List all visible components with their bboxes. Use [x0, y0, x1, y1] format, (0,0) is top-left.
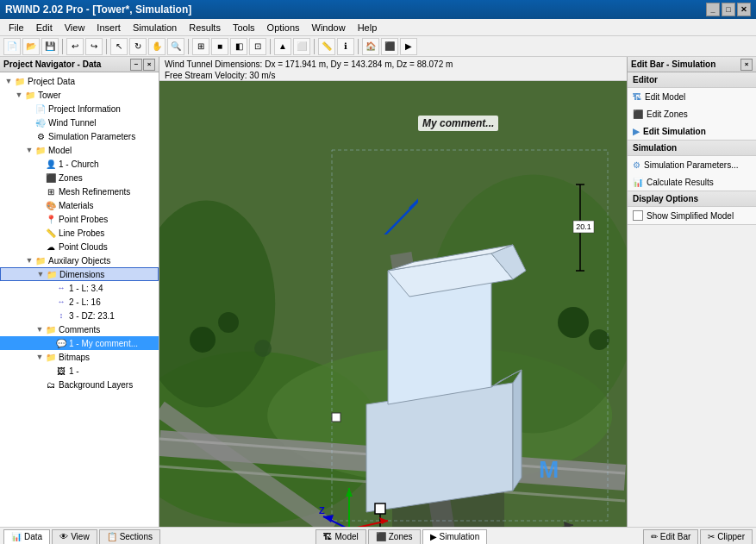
- rotate-button[interactable]: ↻: [129, 38, 147, 55]
- data-tab-label: Data: [24, 532, 42, 541]
- tree-bitmap-1[interactable]: 🖼 1 -: [0, 364, 159, 378]
- tree-wind-tunnel[interactable]: 💨 Wind Tunnel: [0, 116, 159, 129]
- tab-clipper[interactable]: ✂ Clipper: [700, 529, 753, 545]
- left-panel-header: Project Navigator - Data − ×: [0, 57, 159, 72]
- tree-bg-layers[interactable]: 🗂 Background Layers: [0, 378, 159, 391]
- menu-edit[interactable]: Edit: [31, 22, 58, 34]
- menu-help[interactable]: Help: [353, 22, 383, 34]
- tab-data[interactable]: 📊 Data: [3, 529, 50, 545]
- menu-simulation[interactable]: Simulation: [128, 22, 182, 34]
- zones-button[interactable]: ⬛: [381, 38, 398, 55]
- separator-6: [358, 39, 359, 54]
- zoom-button[interactable]: 🔍: [167, 38, 184, 55]
- edit-simulation-item[interactable]: ▶ Edit Simulation: [628, 122, 756, 140]
- select-button[interactable]: ↖: [110, 38, 128, 55]
- titlebar-controls[interactable]: _ □ ✕: [706, 3, 751, 16]
- toggle-bitmaps[interactable]: ▼: [34, 353, 45, 361]
- tree-label-zones: Zones: [59, 173, 83, 183]
- params-icon: ⚙: [34, 132, 47, 141]
- edit-zones-item[interactable]: ⬛ Edit Zones: [628, 105, 756, 122]
- tab-zones[interactable]: ⬛ Zones: [368, 529, 421, 545]
- tree-auxilary[interactable]: ▼ 📁 Auxilary Objects: [0, 253, 159, 267]
- save-button[interactable]: 💾: [41, 38, 59, 55]
- front-view-button[interactable]: ■: [211, 38, 228, 55]
- tree-line-probes[interactable]: 📏 Line Probes: [0, 226, 159, 240]
- edit-zones-label: Edit Zones: [647, 109, 688, 119]
- minimize-button[interactable]: _: [706, 3, 720, 16]
- data-tab-icon: 📊: [11, 532, 22, 541]
- tree-project-info[interactable]: 📄 Project Information: [0, 102, 159, 116]
- tree-church[interactable]: 👤 1 - Church: [0, 157, 159, 171]
- toggle-comments[interactable]: ▼: [34, 325, 45, 334]
- dim3-icon: ↕: [55, 311, 67, 320]
- left-panel-close[interactable]: ×: [143, 59, 155, 71]
- tree-point-clouds[interactable]: ☁ Point Clouds: [0, 240, 159, 253]
- toggle-tower[interactable]: ▼: [14, 91, 24, 99]
- side-view-button[interactable]: ◧: [230, 38, 247, 55]
- tree-project-data[interactable]: ▼ 📁 Project Data: [0, 74, 159, 88]
- model-button[interactable]: 🏠: [362, 38, 379, 55]
- tree-zones[interactable]: ⬛ Zones: [0, 171, 159, 184]
- tab-simulation[interactable]: ▶ Simulation: [422, 529, 488, 545]
- undo-button[interactable]: ↩: [66, 38, 84, 55]
- redo-button[interactable]: ↪: [85, 38, 103, 55]
- tree-dim-1[interactable]: ↔ 1 - L: 3.4: [0, 281, 159, 295]
- sim-button[interactable]: ▶: [400, 38, 417, 55]
- viewport[interactable]: Wind Tunnel Dimensions: Dx = 171.941 m, …: [159, 57, 627, 527]
- tree-dim-2[interactable]: ↔ 2 - L: 16: [0, 295, 159, 309]
- toggle-project[interactable]: ▼: [3, 77, 14, 85]
- menu-tools[interactable]: Tools: [228, 22, 260, 34]
- left-panel-buttons[interactable]: − ×: [130, 59, 155, 71]
- menubar: File Edit View Insert Simulation Results…: [0, 19, 756, 36]
- tree-dimensions[interactable]: ▼ 📁 Dimensions: [0, 267, 159, 281]
- tree-dim-3[interactable]: ↕ 3 - DZ: 23.1: [0, 309, 159, 322]
- tab-model[interactable]: 🏗 Model: [316, 529, 366, 545]
- tree-comment-1[interactable]: 💬 1 - My comment...: [0, 336, 159, 350]
- toggle-aux[interactable]: ▼: [24, 256, 34, 265]
- zones-tab-label: Zones: [389, 532, 413, 541]
- project-tree: ▼ 📁 Project Data ▼ 📁 Tower 📄 Project Inf…: [0, 72, 159, 527]
- new-button[interactable]: 📄: [3, 38, 21, 55]
- close-button[interactable]: ✕: [737, 3, 751, 16]
- fit-button[interactable]: ⊞: [192, 38, 209, 55]
- tree-mesh[interactable]: ⊞ Mesh Refinements: [0, 184, 159, 198]
- tab-view[interactable]: 👁 View: [52, 529, 97, 545]
- point-clouds-icon: ☁: [45, 242, 57, 252]
- tree-tower[interactable]: ▼ 📁 Tower: [0, 88, 159, 102]
- maximize-button[interactable]: □: [722, 3, 735, 16]
- menu-insert[interactable]: Insert: [91, 22, 126, 34]
- tree-comments[interactable]: ▼ 📁 Comments: [0, 322, 159, 336]
- tab-editbar[interactable]: ✏ Edit Bar: [643, 529, 699, 545]
- sim-params-item[interactable]: ⚙ Simulation Parameters...: [628, 156, 756, 173]
- info-button[interactable]: ℹ: [337, 38, 354, 55]
- tree-bitmaps[interactable]: ▼ 📁 Bitmaps: [0, 350, 159, 364]
- tree-sim-params[interactable]: ⚙ Simulation Parameters: [0, 129, 159, 143]
- menu-window[interactable]: Window: [307, 22, 351, 34]
- menu-file[interactable]: File: [3, 22, 29, 34]
- calc-results-item[interactable]: 📊 Calculate Results: [628, 173, 756, 191]
- pan-button[interactable]: ✋: [148, 38, 166, 55]
- dim1-icon: ↔: [55, 284, 67, 292]
- render-button[interactable]: ▲: [274, 38, 291, 55]
- right-panel-close[interactable]: ×: [740, 59, 753, 71]
- open-button[interactable]: 📂: [22, 38, 40, 55]
- top-view-button[interactable]: ⊡: [249, 38, 266, 55]
- measure-button[interactable]: 📏: [318, 38, 335, 55]
- tree-materials[interactable]: 🎨 Materials: [0, 198, 159, 212]
- svg-marker-16: [513, 370, 522, 491]
- menu-view[interactable]: View: [59, 22, 91, 34]
- tree-model[interactable]: ▼ 📁 Model: [0, 143, 159, 157]
- edit-model-item[interactable]: 🏗 Edit Model: [628, 88, 756, 105]
- tree-point-probes[interactable]: 📍 Point Probes: [0, 212, 159, 226]
- show-simplified-item[interactable]: Show Simplified Model: [628, 207, 756, 224]
- viewport-3d[interactable]: M Witho zPodestrad: [159, 81, 627, 527]
- toggle-model[interactable]: ▼: [24, 146, 34, 154]
- menu-options[interactable]: Options: [262, 22, 305, 34]
- simplified-checkbox[interactable]: [633, 210, 643, 221]
- tab-sections[interactable]: 📋 Sections: [99, 529, 160, 545]
- wire-button[interactable]: ⬜: [293, 38, 310, 55]
- svg-point-8: [218, 312, 239, 333]
- menu-results[interactable]: Results: [184, 22, 226, 34]
- left-panel-minimize[interactable]: −: [130, 59, 142, 71]
- toggle-dims[interactable]: ▼: [35, 270, 46, 278]
